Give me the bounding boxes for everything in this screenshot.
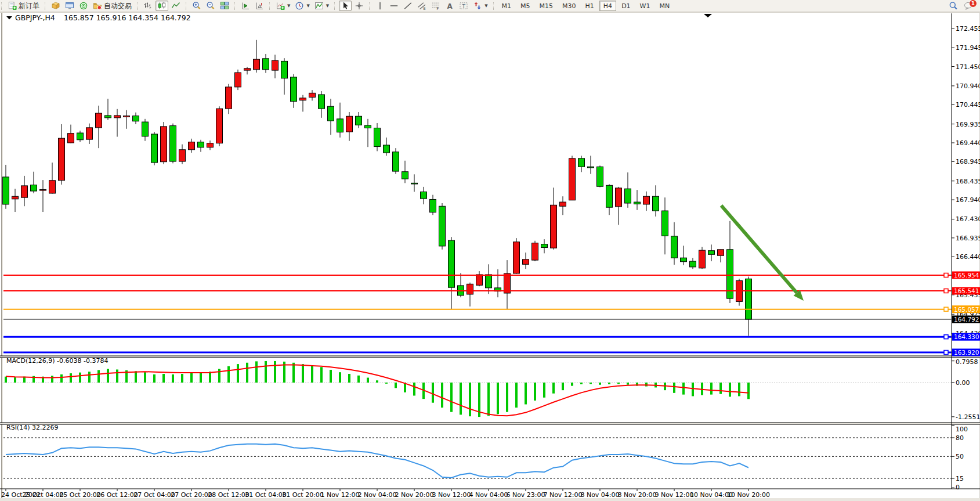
cursor-tool-button[interactable] (339, 1, 352, 11)
new-chart-button[interactable]: ▼ (274, 1, 292, 11)
hline-endpoint-marker[interactable] (944, 351, 948, 355)
candle-bear (430, 199, 436, 212)
macd-histogram-bar (682, 383, 685, 395)
candle-bull (569, 158, 576, 200)
macd-histogram-bar (617, 383, 620, 384)
timeframe-button-d1[interactable]: D1 (617, 1, 634, 11)
text-label-tool-button[interactable]: T (457, 1, 470, 11)
arrows-tool-button[interactable]: ▼ (471, 1, 489, 11)
tile-windows-button[interactable] (218, 1, 231, 11)
fibonacci-tool-button[interactable]: F (429, 1, 442, 11)
macd-axis-label: 0.00 (956, 379, 970, 387)
macd-histogram-bar (506, 383, 508, 412)
macd-histogram-bar (88, 372, 91, 383)
chevron-down-icon[interactable]: ▼ (306, 3, 309, 8)
time-tick-label: 4 Nov 04:00 (469, 491, 508, 499)
bar-chart-button[interactable] (142, 1, 154, 11)
timeframe-button-m5[interactable]: M5 (516, 1, 534, 11)
price-line-badge-label: 164.330 (954, 333, 979, 340)
chat-button[interactable]: 1 (962, 1, 975, 11)
candle-bear (486, 275, 492, 288)
macd-histogram-bar (237, 364, 239, 383)
candle-bull (114, 116, 121, 118)
horizontal-line-tool-button[interactable] (388, 1, 400, 11)
indicators-button[interactable]: ▼ (313, 1, 331, 11)
navigator-button[interactable] (77, 1, 90, 11)
vertical-line-tool-button[interactable] (374, 1, 386, 11)
line-chart-button[interactable] (169, 1, 182, 11)
candlestick-chart-button[interactable] (156, 1, 168, 11)
hline-endpoint-marker[interactable] (944, 289, 948, 293)
timeframe-button-h1[interactable]: H1 (581, 1, 598, 11)
macd-histogram-bar (181, 374, 183, 383)
candle-bull (513, 242, 520, 273)
periods-button[interactable]: ▼ (293, 1, 311, 11)
macd-histogram-bar (255, 361, 258, 383)
new-order-button[interactable]: 新订单 (6, 1, 41, 11)
candle-bear (77, 133, 84, 140)
macd-histogram-bar (525, 383, 527, 405)
time-tick-label: 26 Oct 12:00 (96, 491, 138, 499)
macd-histogram-bar (385, 383, 388, 384)
price-tick-label: 166.440 (956, 253, 980, 261)
hline-endpoint-marker[interactable] (944, 307, 948, 311)
timeframe-button-h4[interactable]: H4 (599, 1, 616, 11)
rsi-axis-label: 15 (956, 475, 964, 482)
candle-bear (681, 258, 687, 262)
candle-bear (625, 189, 631, 203)
macd-histogram-bar (339, 372, 341, 383)
macd-histogram-bar (413, 383, 415, 396)
market-watch-button[interactable] (49, 1, 62, 11)
zoom-in-button[interactable] (190, 1, 203, 11)
candle-bear (597, 167, 603, 186)
timeframe-button-w1[interactable]: W1 (636, 1, 654, 11)
toolbar-right-group: 1 (946, 1, 980, 11)
chart-canvas: GBPJPY-,H4165.857 165.916 164.354 164.79… (0, 12, 980, 501)
candle-bear (291, 77, 297, 102)
candle-bear (439, 206, 446, 246)
time-tick-label: 7 Nov 12:00 (543, 491, 582, 499)
indicator-icon (314, 1, 324, 10)
hline-endpoint-marker[interactable] (944, 335, 948, 339)
candle-bull (476, 275, 483, 285)
zoom-out-button[interactable] (204, 1, 217, 11)
chart-shift-button[interactable] (253, 1, 266, 11)
price-tick-label: 171.450 (956, 63, 980, 71)
time-tick-label: 1 Nov 12:00 (320, 491, 359, 499)
price-tick-label: 169.440 (956, 139, 980, 147)
hline-endpoint-marker[interactable] (944, 273, 948, 277)
macd-histogram-bar (367, 378, 369, 383)
macd-histogram-bar (692, 383, 694, 396)
candle-bear (356, 116, 362, 125)
chevron-down-icon[interactable]: ▼ (287, 3, 290, 8)
macd-histogram-bar (534, 383, 536, 401)
timeframe-button-m30[interactable]: M30 (558, 1, 580, 11)
macd-histogram-bar (172, 374, 174, 383)
candle-bull (179, 150, 186, 161)
text-tool-button[interactable]: A (443, 1, 456, 11)
chevron-down-icon[interactable]: ▼ (326, 3, 329, 8)
macd-histogram-bar (395, 383, 397, 388)
timeframe-button-m15[interactable]: M15 (536, 1, 558, 11)
trendline-tool-button[interactable] (402, 1, 414, 11)
timeframe-button-m1[interactable]: M1 (498, 1, 516, 11)
macd-histogram-bar (441, 383, 443, 408)
auto-trading-button-label: 自动交易 (104, 1, 132, 11)
search-button[interactable] (947, 1, 960, 11)
time-tick-label: 3 Nov 12:00 (432, 491, 471, 499)
auto-trading-button[interactable]: 自动交易 (91, 1, 133, 11)
macd-histogram-bar (330, 370, 332, 383)
candle-bull (643, 196, 650, 204)
chevron-down-icon[interactable]: ▼ (484, 3, 487, 8)
candle-bear (421, 192, 427, 199)
data-window-button[interactable] (63, 1, 76, 11)
svg-text:A: A (447, 2, 453, 10)
rsi-axis-label: 100 (956, 426, 968, 433)
rsi-axis-label: 50 (956, 453, 964, 460)
auto-scroll-button[interactable] (239, 1, 252, 11)
time-tick-label: 6 Nov 23:00 (506, 491, 545, 499)
crosshair-tool-button[interactable] (353, 1, 366, 11)
timeframe-button-mn[interactable]: MN (655, 1, 674, 11)
channel-tool-button[interactable]: E (415, 1, 428, 11)
time-tick-label: 27 Oct 20:00 (171, 491, 212, 499)
